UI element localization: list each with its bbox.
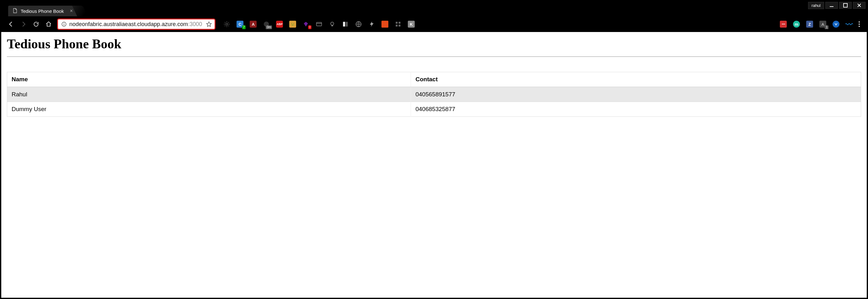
- svg-point-5: [226, 23, 228, 25]
- extension-bulb-icon[interactable]: [329, 20, 336, 28]
- svg-point-11: [331, 22, 334, 25]
- url-host: nodeonfabric.australiaeast.cloudapp.azur…: [69, 21, 188, 27]
- svg-rect-12: [332, 25, 333, 26]
- svg-rect-19: [399, 25, 401, 27]
- home-button[interactable]: [44, 20, 53, 28]
- cell-name: Rahul: [7, 87, 411, 102]
- cell-name: Dummy User: [7, 102, 411, 117]
- minimize-button[interactable]: [825, 2, 838, 9]
- page-viewport: Tedious Phone Book Name Contact Rahul 04…: [1, 32, 867, 298]
- column-header-name: Name: [7, 72, 411, 87]
- table-row: Dummy User 040685325877: [7, 102, 861, 117]
- extension-om-icon[interactable]: 0m: [262, 20, 270, 28]
- svg-rect-4: [64, 24, 64, 25]
- url-port: :3000: [188, 21, 202, 27]
- tab-strip: Tedious Phone Book ×: [1, 1, 867, 16]
- table-row: Rahul 040565891577: [7, 87, 861, 102]
- address-bar[interactable]: nodeonfabric.australiaeast.cloudapp.azur…: [57, 19, 216, 30]
- extension-diamond-badge: 0: [308, 25, 312, 29]
- browser-tab-active[interactable]: Tedious Phone Book ×: [8, 6, 77, 16]
- extension-v-icon[interactable]: [832, 20, 840, 28]
- contacts-table: Name Contact Rahul 040565891577 Dummy Us…: [7, 72, 861, 117]
- window-titlebar: rahul: [808, 1, 866, 9]
- column-header-contact: Contact: [411, 72, 861, 87]
- close-tab-icon[interactable]: ×: [70, 8, 73, 14]
- url-text: nodeonfabric.australiaeast.cloudapp.azur…: [69, 21, 202, 28]
- extension-m-icon[interactable]: m: [793, 20, 800, 28]
- page-icon: [12, 8, 18, 14]
- browser-menu-button[interactable]: [859, 21, 860, 27]
- bookmark-star-icon[interactable]: [206, 21, 212, 27]
- extension-grid-icon[interactable]: [394, 20, 402, 28]
- extension-c-icon[interactable]: C 7: [236, 20, 244, 28]
- browser-toolbar: nodeonfabric.australiaeast.cloudapp.azur…: [1, 16, 867, 32]
- svg-rect-1: [843, 3, 847, 7]
- svg-rect-17: [399, 22, 401, 24]
- extension-abp-icon[interactable]: ABP: [276, 20, 283, 28]
- svg-rect-0: [830, 6, 834, 7]
- site-info-icon[interactable]: [61, 21, 67, 27]
- cell-contact: 040565891577: [411, 87, 861, 102]
- extension-wave-icon[interactable]: [845, 20, 853, 28]
- extension-bolt-icon[interactable]: [368, 20, 375, 28]
- extension-globe-icon[interactable]: [355, 20, 362, 28]
- tab-title: Tedious Phone Book: [21, 8, 64, 14]
- maximize-button[interactable]: [839, 2, 852, 9]
- svg-point-3: [64, 23, 64, 24]
- extension-red-a-icon[interactable]: A: [249, 20, 257, 28]
- page-title: Tedious Phone Book: [7, 36, 861, 52]
- extension-adobe-badge: 1: [825, 25, 829, 29]
- extension-c-badge: 7: [242, 25, 246, 29]
- reload-button[interactable]: [32, 20, 40, 28]
- extension-lastpass-icon[interactable]: ···: [779, 20, 787, 28]
- svg-point-8: [293, 24, 294, 24]
- extension-k-icon[interactable]: K: [407, 20, 415, 28]
- cell-contact: 040685325877: [411, 102, 861, 117]
- extension-om-badge: 0m: [266, 25, 272, 29]
- browser-window: rahul Tedious Phone Book ×: [0, 0, 868, 299]
- table-header-row: Name Contact: [7, 72, 861, 87]
- back-button[interactable]: [7, 20, 15, 28]
- extension-z-icon[interactable]: Z: [806, 20, 813, 28]
- extension-row: C 7 A 0m ABP 0: [223, 20, 861, 28]
- svg-rect-10: [316, 23, 322, 26]
- user-chip[interactable]: rahul: [808, 2, 824, 9]
- close-window-button[interactable]: [853, 2, 866, 9]
- extension-diamond-icon[interactable]: 0: [302, 20, 310, 28]
- svg-point-7: [291, 24, 292, 24]
- extension-adobe-icon[interactable]: 1: [819, 20, 827, 28]
- settings-gear-icon[interactable]: [223, 20, 230, 28]
- extension-face-icon[interactable]: [289, 20, 297, 28]
- extension-panel-icon[interactable]: [342, 20, 349, 28]
- svg-rect-18: [396, 25, 398, 27]
- extension-cart-icon[interactable]: [315, 20, 323, 28]
- forward-button[interactable]: [20, 20, 28, 28]
- svg-rect-13: [343, 22, 345, 27]
- svg-rect-16: [396, 22, 398, 24]
- extension-office-icon[interactable]: [381, 20, 389, 28]
- svg-rect-14: [346, 22, 348, 27]
